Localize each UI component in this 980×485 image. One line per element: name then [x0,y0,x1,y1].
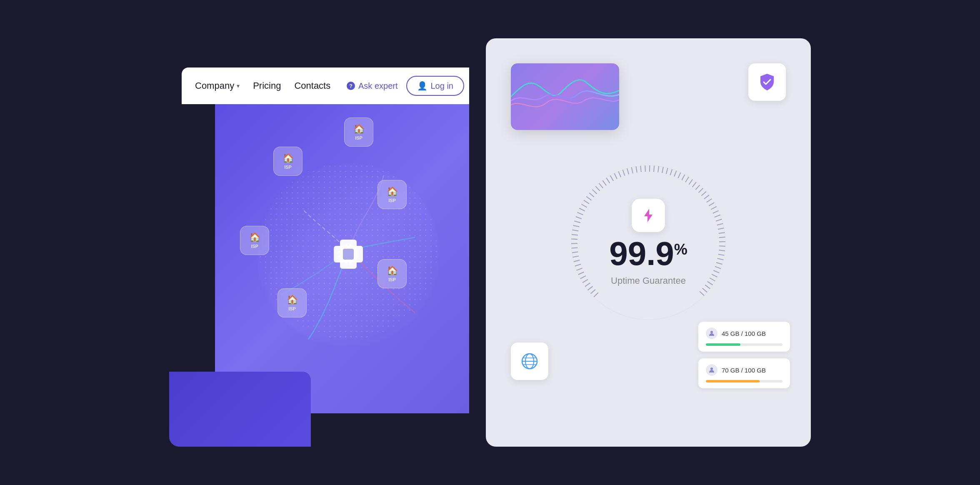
svg-line-29 [574,260,580,262]
isp-label-5: ISP [388,277,396,282]
storage-bar-bg-1 [706,343,782,346]
isp-node-top: 🏠 ISP [344,118,373,147]
svg-line-39 [576,217,582,219]
svg-line-83 [718,228,724,229]
svg-line-74 [702,192,706,196]
svg-line-25 [580,276,586,279]
storage-card-2: 70 GB / 100 GB [698,358,790,388]
isp-label-2: ISP [284,165,292,170]
company-nav[interactable]: Company ▾ [195,80,240,91]
isp-label-3: ISP [388,198,396,203]
svg-line-30 [572,256,579,257]
isp-node-mid-right: 🏠 ISP [378,180,407,209]
svg-line-95 [710,278,715,281]
isp-label-4: ISP [251,244,258,249]
nav-right: ? Ask expert 👤 Log in [347,76,464,96]
processor-icon [330,235,367,273]
svg-line-51 [610,175,613,181]
right-panel: 99.9 % Uptime Guarantee 45 GB / 100 GB [486,38,811,447]
svg-rect-12 [345,261,347,265]
isp-node-bottom-right: 🏠 ISP [378,259,407,288]
svg-rect-13 [350,261,351,265]
svg-line-22 [588,286,593,290]
svg-line-70 [689,179,693,184]
user-icon-1 [706,328,718,339]
bottom-extension [169,372,311,447]
pricing-label: Pricing [253,80,281,91]
svg-line-61 [654,166,654,172]
svg-line-59 [645,165,645,172]
svg-line-91 [716,262,722,264]
svg-line-43 [584,200,589,204]
isp-node-top-left: 🏠 ISP [273,147,302,176]
svg-line-38 [574,221,580,222]
svg-rect-5 [343,249,354,260]
ask-expert-button[interactable]: ? Ask expert [347,81,398,91]
svg-line-46 [592,190,597,194]
browser-nav: Company ▾ Pricing Contacts ? Ask expert … [182,68,469,104]
svg-rect-11 [350,244,351,247]
pricing-nav[interactable]: Pricing [253,80,281,91]
svg-line-27 [577,268,582,270]
svg-line-53 [618,171,621,177]
svg-line-80 [715,215,720,217]
uptime-value: 99.9 % [609,237,688,270]
svg-line-66 [674,171,676,177]
network-card: 🏠 ISP 🏠 ISP 🏠 ISP 🏠 ISP 🏠 ISP 🏠 ISP [215,97,469,413]
svg-line-84 [719,232,725,233]
svg-line-41 [579,208,585,211]
svg-line-72 [695,185,700,190]
svg-line-63 [662,167,663,173]
svg-rect-6 [338,251,341,253]
svg-line-94 [712,274,717,277]
svg-line-44 [586,197,591,200]
svg-line-37 [573,225,580,227]
svg-line-45 [589,193,594,197]
svg-line-42 [581,204,587,207]
analytics-chart-card [511,63,619,130]
storage-card-1: 45 GB / 100 GB [698,322,790,352]
isp-node-bottom-left: 🏠 ISP [278,288,307,318]
house-icon-6: 🏠 [287,295,298,305]
svg-line-97 [705,285,710,289]
svg-rect-8 [338,255,341,257]
login-button[interactable]: 👤 Log in [406,76,465,96]
svg-line-67 [678,172,680,178]
svg-line-40 [578,212,583,215]
svg-line-71 [692,182,696,187]
uptime-label: Uptime Guarantee [611,275,686,286]
storage-bar-fill-1 [706,343,740,346]
svg-rect-10 [345,244,347,247]
isp-label-6: ISP [288,306,296,311]
house-icon: 🏠 [353,124,365,135]
svg-line-77 [709,202,714,206]
svg-line-20 [594,292,598,297]
user-icon-2 [706,364,718,376]
house-icon-4: 🏠 [249,232,260,243]
svg-line-69 [685,177,689,182]
contacts-nav[interactable]: Contacts [294,80,330,91]
svg-line-73 [699,188,703,193]
svg-line-58 [640,166,641,172]
svg-line-35 [572,235,578,235]
shield-check-icon [757,72,777,92]
svg-line-96 [708,282,713,285]
uptime-gauge: 99.9 % Uptime Guarantee [557,151,740,334]
nav-left: Company ▾ Pricing Contacts [195,80,330,91]
svg-line-90 [718,258,724,260]
svg-line-49 [602,180,606,185]
svg-line-79 [713,211,719,213]
svg-line-85 [719,237,725,238]
wave-chart [511,63,619,130]
svg-line-32 [571,248,578,248]
storage-header-2: 70 GB / 100 GB [706,364,782,376]
svg-line-54 [623,170,625,176]
globe-icon [520,351,540,371]
globe-badge [511,342,548,380]
shield-badge [748,63,786,101]
svg-line-34 [571,239,578,240]
svg-point-103 [710,368,713,370]
center-processor [330,235,367,275]
svg-line-62 [658,166,659,172]
svg-line-89 [718,254,725,255]
